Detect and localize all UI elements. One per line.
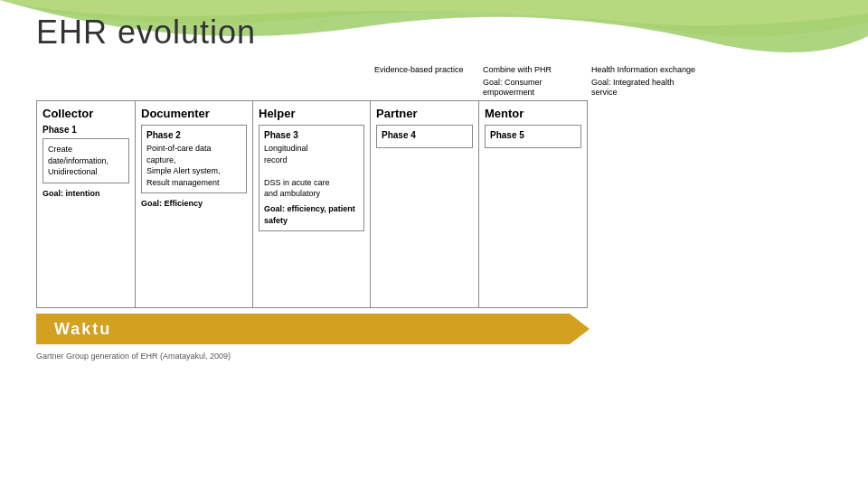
top-label-goal-consumer: Goal: Consumer empowerment — [483, 78, 588, 99]
helper-box: Helper Phase 3 LongitudinalrecordDSS in … — [253, 100, 371, 308]
helper-title: Helper — [259, 107, 364, 120]
mentor-inner: Phase 5 — [485, 125, 581, 148]
mentor-box: Mentor Phase 5 — [479, 100, 588, 308]
partner-box: Partner Phase 4 — [371, 100, 479, 308]
collector-goal: Goal: intention — [42, 188, 129, 200]
diagram: Evidence-based practice Combine with PHR… — [36, 65, 832, 361]
page-content: EHR evolution Evidence-based practice Co… — [0, 0, 868, 370]
documenter-box: Documenter Phase 2 Point-of-care data ca… — [136, 100, 253, 308]
citation: Gartner Group generation of EHR (Amataya… — [36, 352, 231, 361]
top-label-evidence: Evidence-based practice — [374, 65, 479, 76]
partner-phase-num: Phase 4 — [382, 130, 467, 140]
collector-sub: Createdate/information,Unidirectional — [48, 144, 124, 178]
helper-phase-num: Phase 3 — [264, 130, 359, 140]
helper-goal: Goal: efficiency, patient safety — [264, 203, 359, 226]
page-title: EHR evolution — [36, 14, 832, 52]
documenter-title: Documenter — [141, 107, 247, 120]
partner-inner: Phase 4 — [376, 125, 473, 148]
waktu-label: Waktu — [54, 320, 111, 339]
top-label-goal-integrated: Goal: Integrated health service — [591, 78, 696, 99]
top-label-combine: Combine with PHR — [483, 65, 588, 76]
helper-inner: Phase 3 LongitudinalrecordDSS in acute c… — [259, 125, 364, 231]
helper-sub: LongitudinalrecordDSS in acute careand a… — [264, 143, 359, 200]
mentor-title: Mentor — [485, 107, 581, 120]
collector-phase-num: Phase 1 — [42, 125, 129, 135]
collector-inner: Createdate/information,Unidirectional — [42, 138, 129, 183]
collector-box: Collector Phase 1 Createdate/information… — [36, 100, 136, 308]
top-label-hie: Health Information exchange — [591, 65, 696, 76]
collector-title: Collector — [42, 107, 129, 120]
documenter-inner: Phase 2 Point-of-care data capture,Simpl… — [141, 125, 247, 193]
waktu-arrow: Waktu — [36, 314, 570, 344]
waktu-container: Waktu — [36, 314, 588, 344]
phases-container: Collector Phase 1 Createdate/information… — [36, 100, 588, 308]
partner-title: Partner — [376, 107, 473, 120]
documenter-sub: Point-of-care data capture,Simple Alert … — [146, 143, 241, 188]
documenter-phase-num: Phase 2 — [146, 130, 241, 140]
documenter-goal: Goal: Efficiency — [141, 198, 247, 210]
mentor-phase-num: Phase 5 — [490, 130, 576, 140]
